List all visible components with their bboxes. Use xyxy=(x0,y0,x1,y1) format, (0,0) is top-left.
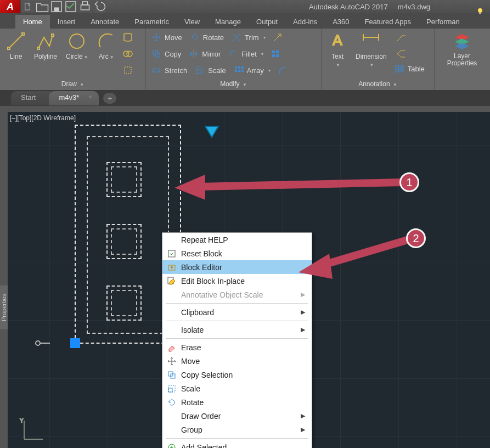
tool-dimension[interactable]: Dimension▼ xyxy=(352,31,390,69)
svg-point-41 xyxy=(36,341,40,345)
block-panel-1 xyxy=(106,162,142,197)
block-panel-2 xyxy=(106,224,142,259)
callout-arrow-2 xyxy=(296,231,416,280)
panel-draw-title[interactable]: Draw ▼ xyxy=(0,79,145,90)
svg-rect-4 xyxy=(81,5,89,10)
svg-point-13 xyxy=(127,51,132,57)
tab-addins[interactable]: Add-ins xyxy=(285,15,325,29)
tool-rotate[interactable]: Rotate xyxy=(188,31,226,44)
tool-layer-properties[interactable]: Layer Properties xyxy=(444,31,481,68)
svg-rect-54 xyxy=(168,385,175,392)
svg-rect-22 xyxy=(196,70,200,74)
svg-point-49 xyxy=(171,266,173,268)
tool-chamfer-icon[interactable] xyxy=(269,47,282,60)
svg-line-58 xyxy=(320,239,409,266)
app-name: Autodesk AutoCAD 2017 xyxy=(309,3,388,11)
qa-print-icon[interactable] xyxy=(78,1,92,13)
panel-modify: Move Rotate Trim▾ Copy Mirror Fillet▾ St… xyxy=(146,29,322,90)
tab-parametric[interactable]: Parametric xyxy=(127,15,177,29)
svg-text:Y: Y xyxy=(20,418,24,424)
ctx-rotate[interactable]: Rotate xyxy=(162,395,312,409)
erase-icon xyxy=(167,343,177,352)
tool-trim[interactable]: Trim▾ xyxy=(229,31,268,44)
ctx-copy-selection[interactable]: Copy Selection xyxy=(162,368,312,382)
tool-offset-icon[interactable] xyxy=(276,64,289,77)
qa-open-icon[interactable] xyxy=(36,1,49,13)
ctx-erase[interactable]: Erase xyxy=(162,340,312,354)
svg-marker-57 xyxy=(174,175,205,200)
ctx-move[interactable]: Move xyxy=(162,354,312,368)
tool-text[interactable]: A Text▼ xyxy=(325,31,350,69)
svg-rect-10 xyxy=(52,34,54,36)
ctx-repeat-help[interactable]: Repeat HELP xyxy=(162,233,312,247)
panel-annotation-title[interactable]: Annotation ▼ xyxy=(322,79,434,90)
tool-rectangle-icon[interactable] xyxy=(121,31,134,44)
panel-modify-title[interactable]: Modify ▼ xyxy=(146,79,321,90)
svg-rect-47 xyxy=(168,250,175,257)
ctx-scale[interactable]: Scale xyxy=(162,382,312,395)
callout-badge-1: 1 xyxy=(399,172,419,192)
svg-line-6 xyxy=(9,34,23,48)
tool-table[interactable]: Table xyxy=(395,64,425,74)
tool-circle[interactable]: Circle▼ xyxy=(63,31,92,61)
tool-circle-label: Circle▼ xyxy=(66,53,88,60)
tool-array[interactable]: Array▾ xyxy=(232,64,273,77)
tab-view[interactable]: View xyxy=(177,15,207,29)
file-name: m4v3.dwg xyxy=(398,3,430,11)
ctx-group[interactable]: Group▶ xyxy=(162,423,312,436)
tool-hatch-icon[interactable] xyxy=(121,47,134,60)
tab-annotate[interactable]: Annotate xyxy=(83,15,127,29)
tool-multileader-icon[interactable] xyxy=(395,47,408,60)
tool-stretch[interactable]: Stretch xyxy=(149,64,189,77)
tool-fillet[interactable]: Fillet▾ xyxy=(226,47,265,60)
tool-move[interactable]: Move xyxy=(149,31,184,44)
close-icon[interactable]: × xyxy=(88,93,92,101)
tool-copy[interactable]: Copy xyxy=(149,47,183,60)
add-tab-button[interactable]: + xyxy=(103,93,116,104)
rotate-icon xyxy=(167,397,177,407)
lightbulb-icon[interactable] xyxy=(474,4,487,18)
qa-save-icon[interactable] xyxy=(50,1,63,13)
svg-point-39 xyxy=(478,8,482,13)
window-title: Autodesk AutoCAD 2017 m4v3.dwg xyxy=(106,3,490,11)
tab-output[interactable]: Output xyxy=(249,15,285,29)
tool-line[interactable]: Line xyxy=(3,31,29,61)
drawing-canvas[interactable]: [–][Top][2D Wireframe] Properties Y Repe… xyxy=(8,112,490,448)
tab-home[interactable]: Home xyxy=(15,15,50,29)
ctx-reset-block[interactable]: Reset Block xyxy=(162,247,312,260)
tool-leader-icon[interactable] xyxy=(395,31,408,44)
view-label[interactable]: [–][Top][2D Wireframe] xyxy=(10,114,76,122)
tab-insert[interactable]: Insert xyxy=(50,15,83,29)
tool-scale[interactable]: Scale xyxy=(193,64,228,77)
svg-text:A: A xyxy=(333,32,342,48)
tool-arc[interactable]: Arc▼ xyxy=(94,31,119,61)
doctab-file[interactable]: m4v3*× xyxy=(49,91,99,105)
qa-undo-icon[interactable] xyxy=(93,1,106,13)
ctx-draw-order[interactable]: Draw Order▶ xyxy=(162,409,312,423)
grip-handle[interactable] xyxy=(70,338,80,348)
tool-extend-icon[interactable] xyxy=(271,31,284,44)
qa-saveas-icon[interactable] xyxy=(64,1,77,13)
tool-polyline[interactable]: Polyline xyxy=(31,31,60,61)
callout-arrow-1 xyxy=(174,172,409,200)
ctx-add-selected[interactable]: Add Selected xyxy=(162,440,312,448)
tool-layer-label: Layer Properties xyxy=(447,53,477,67)
tool-boundary-icon[interactable] xyxy=(121,64,134,77)
qa-new-icon[interactable] xyxy=(21,1,35,13)
ctx-block-editor[interactable]: Block Editor xyxy=(162,260,312,274)
tab-a360[interactable]: A360 xyxy=(325,15,357,29)
block-panel-3 xyxy=(106,285,142,321)
svg-rect-19 xyxy=(272,54,275,57)
ctx-isolate[interactable]: Isolate▶ xyxy=(162,323,312,337)
ctx-clipboard[interactable]: Clipboard▶ xyxy=(162,305,312,319)
tab-performance[interactable]: Performan xyxy=(419,15,468,29)
tab-manage[interactable]: Manage xyxy=(207,15,249,29)
panel-layers: Layer Properties xyxy=(435,29,489,90)
tool-mirror[interactable]: Mirror xyxy=(187,47,223,60)
ctx-edit-block-in-place[interactable]: Edit Block In-place xyxy=(162,274,312,288)
app-logo[interactable]: A xyxy=(0,0,21,13)
ribbon-tab-strip: Home Insert Annotate Parametric View Man… xyxy=(0,13,490,29)
properties-palette-tab[interactable]: Properties xyxy=(0,285,8,329)
tab-featured-apps[interactable]: Featured Apps xyxy=(357,15,419,29)
svg-rect-26 xyxy=(241,66,244,69)
